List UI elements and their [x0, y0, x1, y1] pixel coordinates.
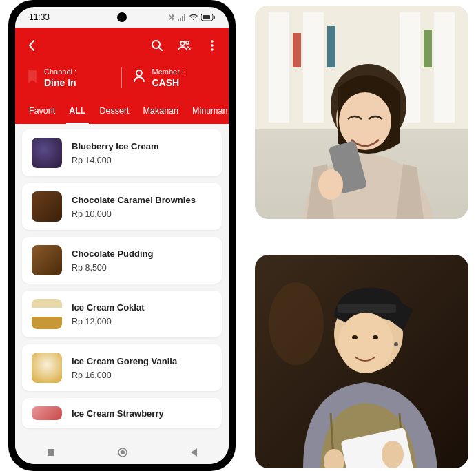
- back-button[interactable]: [25, 39, 39, 52]
- svg-point-12: [121, 450, 125, 454]
- product-name: Ice Cream Goreng Vanila: [72, 356, 177, 366]
- category-tabs: Favorit ALL Dessert Makanan Minuman: [25, 101, 219, 124]
- product-image: [32, 245, 62, 275]
- list-item[interactable]: Ice Cream Goreng Vanila Rp 16,000: [22, 344, 222, 391]
- product-price: Rp 8,500: [72, 263, 153, 273]
- svg-rect-2: [214, 16, 215, 19]
- product-price: Rp 12,000: [72, 317, 145, 326]
- svg-point-34: [394, 342, 398, 346]
- svg-rect-1: [203, 15, 210, 19]
- product-name: Chocolate Pudding: [72, 249, 153, 259]
- member-label: Member :: [152, 67, 184, 76]
- svg-point-24: [339, 92, 391, 150]
- android-nav-bar: [15, 441, 229, 464]
- product-name: Ice Cream Coklat: [72, 302, 145, 313]
- bluetooth-icon: [168, 13, 175, 21]
- svg-rect-30: [338, 304, 396, 313]
- svg-point-32: [352, 335, 358, 339]
- nav-home-icon[interactable]: [117, 447, 128, 458]
- product-name: Blueberry Ice Cream: [72, 141, 158, 151]
- tab-favorit[interactable]: Favorit: [26, 101, 58, 124]
- app-header: Channel : Dine In Member : CASH Favorit: [15, 28, 229, 124]
- product-price: Rp 10,000: [72, 209, 196, 219]
- svg-point-31: [338, 313, 393, 373]
- member-block[interactable]: Member : CASH: [121, 67, 217, 88]
- svg-rect-10: [48, 449, 54, 456]
- svg-point-33: [373, 335, 378, 339]
- nav-back-icon[interactable]: [189, 448, 198, 457]
- svg-point-6: [211, 40, 214, 43]
- svg-point-36: [382, 441, 404, 468]
- camera-notch: [117, 12, 127, 22]
- channel-block[interactable]: Channel : Dine In: [28, 67, 112, 88]
- product-name: Ice Cream Strawberry: [72, 408, 164, 419]
- svg-point-26: [318, 169, 343, 200]
- svg-rect-15: [269, 12, 289, 123]
- svg-rect-16: [303, 12, 324, 123]
- person-icon: [133, 69, 145, 83]
- svg-point-9: [136, 70, 142, 76]
- bookmark-icon: [28, 70, 37, 83]
- svg-point-7: [211, 44, 214, 47]
- product-name: Chocolate Caramel Brownies: [72, 195, 196, 205]
- product-image: [32, 191, 62, 222]
- list-item[interactable]: Ice Cream Coklat Rp 12,000: [22, 291, 222, 337]
- more-icon[interactable]: [205, 39, 219, 52]
- tab-all[interactable]: ALL: [66, 101, 88, 124]
- people-icon[interactable]: [178, 39, 192, 52]
- product-image: [32, 299, 62, 329]
- wifi-icon: [189, 14, 198, 21]
- product-image: [32, 138, 62, 168]
- signal-icon: [178, 14, 186, 21]
- svg-point-4: [180, 41, 185, 45]
- svg-rect-19: [293, 33, 301, 67]
- product-image: [32, 353, 62, 383]
- tab-makanan[interactable]: Makanan: [141, 101, 181, 124]
- status-time: 11:33: [29, 12, 50, 22]
- svg-rect-20: [327, 26, 335, 67]
- svg-point-28: [269, 282, 324, 365]
- product-list[interactable]: Blueberry Ice Cream Rp 14,000 Chocolate …: [15, 124, 229, 441]
- tab-dessert[interactable]: Dessert: [97, 101, 132, 124]
- list-item[interactable]: Ice Cream Strawberry: [22, 398, 222, 428]
- svg-point-8: [211, 48, 214, 51]
- list-item[interactable]: Blueberry Ice Cream Rp 14,000: [22, 129, 222, 176]
- nav-recent-icon[interactable]: [46, 448, 56, 457]
- channel-member-row: Channel : Dine In Member : CASH: [25, 58, 219, 101]
- svg-rect-21: [424, 30, 432, 67]
- tab-minuman[interactable]: Minuman: [189, 101, 229, 124]
- battery-icon: [201, 14, 215, 21]
- product-image: [32, 406, 62, 420]
- channel-value: Dine In: [44, 77, 76, 88]
- svg-point-5: [186, 41, 189, 44]
- status-icons: [168, 13, 215, 21]
- product-price: Rp 14,000: [72, 156, 158, 165]
- marketing-photo-merchant: [255, 255, 468, 468]
- product-price: Rp 16,000: [72, 370, 177, 380]
- marketing-photo-customer: [255, 6, 468, 219]
- svg-rect-18: [434, 12, 455, 123]
- phone-screen: 11:33: [15, 7, 229, 464]
- list-item[interactable]: Chocolate Pudding Rp 8,500: [22, 237, 222, 284]
- search-icon[interactable]: [150, 39, 164, 52]
- member-value: CASH: [152, 77, 184, 88]
- phone-frame: 11:33: [8, 0, 236, 471]
- top-action-bar: [25, 33, 219, 58]
- list-item[interactable]: Chocolate Caramel Brownies Rp 10,000: [22, 183, 222, 230]
- channel-label: Channel :: [44, 67, 76, 76]
